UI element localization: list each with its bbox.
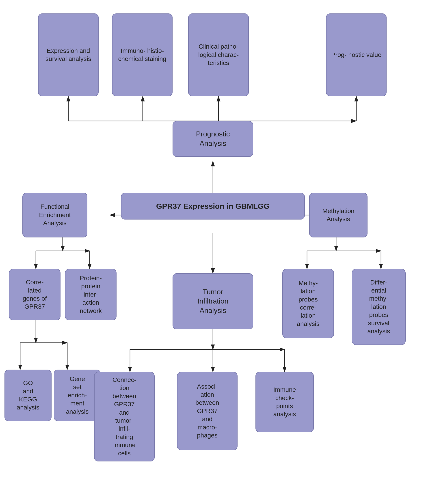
clinical-patho-node: Clinical patho- logical charac- teristic… [188, 14, 249, 96]
go-kegg-node: GOandKEGGanalysis [5, 370, 51, 421]
prognostic-analysis-node: PrognosticAnalysis [173, 121, 253, 157]
tumor-infiltration-node: TumorInfiltrationAnalysis [173, 273, 253, 329]
functional-enrichment-node: FunctionalEnrichmentAnalysis [22, 193, 87, 238]
prognostic-value-node: Prog- nostic value [326, 14, 387, 96]
association-gpr37-node: Associ-ationbetweenGPR37andmacro-phages [177, 372, 238, 450]
immune-checkpoints-node: Immunecheck-pointsanalysis [256, 372, 314, 432]
connection-gpr37-node: Connec-tionbetweenGPR37andtumor-infil-tr… [94, 372, 155, 462]
protein-protein-node: Protein-proteininter-actionnetwork [65, 269, 117, 320]
differential-methylation-node: Differ-entialmethy-lationprobessurvivala… [352, 269, 406, 345]
diagram-container: Expression and survival analysis Immuno-… [0, 0, 426, 504]
methylation-node: MethylationAnalysis [309, 193, 368, 238]
central-node: GPR37 Expression in GBMLGG [121, 193, 305, 219]
correlated-genes-node: Corre-latedgenes ofGPR37 [9, 269, 61, 320]
expression-survival-node: Expression and survival analysis [38, 14, 99, 96]
immunohisto-node: Immuno- histio- chemical staining [112, 14, 173, 96]
methylation-probes-node: Methy-lationprobescorre-lationanalysis [282, 269, 334, 338]
gene-set-node: Genesetenrich-mentanalysis [54, 370, 101, 421]
